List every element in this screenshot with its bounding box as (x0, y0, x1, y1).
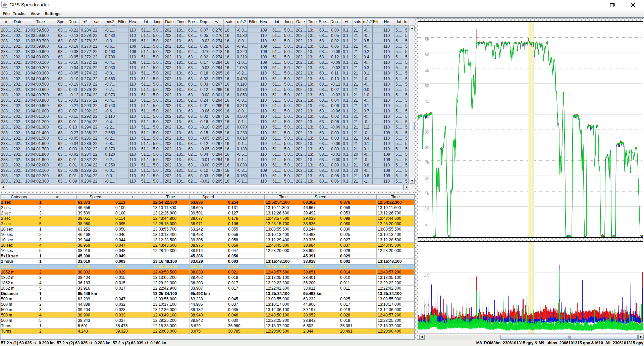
svg-text:65: 65 (425, 38, 429, 42)
svg-text:55: 55 (425, 68, 429, 73)
svg-text:50: 50 (425, 84, 429, 88)
svg-text:60: 60 (425, 53, 429, 57)
svg-text:45: 45 (425, 99, 429, 104)
svg-text:25: 25 (425, 160, 429, 165)
svg-text:1.0: 1.0 (424, 273, 430, 278)
svg-text:5: 5 (425, 222, 427, 227)
svg-text:30: 30 (425, 145, 429, 150)
svg-text:15: 15 (425, 191, 429, 196)
svg-text:10: 10 (425, 207, 429, 211)
svg-text:20: 20 (425, 176, 429, 181)
svg-text:35: 35 (425, 130, 429, 135)
